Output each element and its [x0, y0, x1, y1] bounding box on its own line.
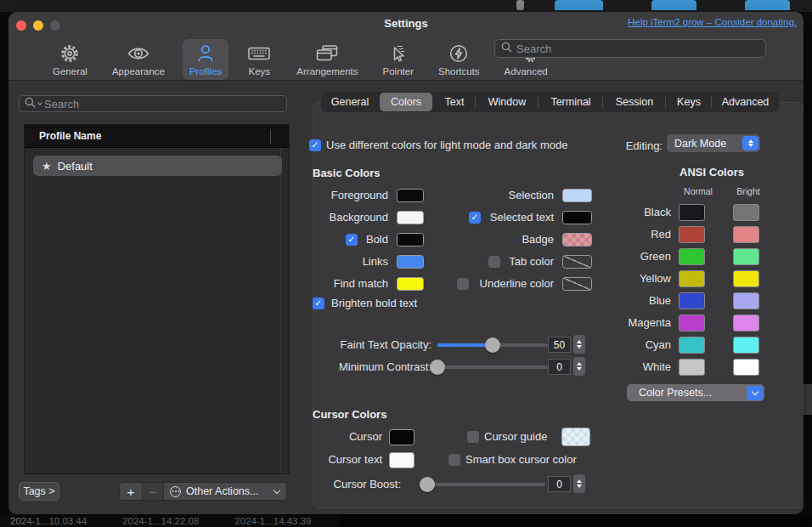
slider-knob[interactable] — [485, 337, 500, 353]
ansi-row-label: Blue — [595, 294, 671, 308]
min-contrast-label: Minimum Contrast: — [296, 360, 431, 374]
nav-item-appearance[interactable]: Appearance — [105, 39, 172, 80]
editing-mode-popup[interactable]: Dark Mode — [667, 134, 760, 152]
gear-icon — [59, 42, 81, 65]
find-match-color-well[interactable] — [397, 277, 424, 291]
min-contrast-stepper[interactable] — [573, 357, 585, 376]
faint-opacity-stepper[interactable] — [573, 335, 585, 354]
find-match-label: Find match — [286, 277, 388, 291]
color-presets-popup[interactable]: Color Presets... — [627, 384, 764, 401]
remove-profile-button[interactable]: − — [143, 483, 164, 500]
ellipsis-circle-icon — [170, 486, 181, 497]
cursor-guide-color-well[interactable] — [561, 428, 590, 446]
ansi-red-normal-well[interactable] — [679, 226, 705, 243]
cursor-text-color-well[interactable] — [389, 452, 414, 468]
cursor-color-well[interactable] — [389, 429, 414, 445]
ansi-colors-title: ANSI Colors — [652, 166, 771, 178]
background-file-label: 2024-1...14.22.08 — [122, 516, 199, 527]
add-profile-button[interactable]: + — [120, 483, 143, 500]
ansi-green-normal-well[interactable] — [679, 248, 705, 265]
editing-label: Editing: — [595, 139, 663, 153]
smart-box-checkbox[interactable] — [448, 454, 460, 466]
ansi-cyan-normal-well[interactable] — [679, 337, 705, 354]
different-colors-label: Use different colors for light mode and … — [326, 139, 567, 152]
tab-text[interactable]: Text — [433, 92, 476, 112]
tab-terminal[interactable]: Terminal — [539, 92, 603, 112]
min-contrast-value[interactable]: 0 — [548, 359, 571, 375]
badge-color-well[interactable] — [562, 233, 592, 246]
eye-icon — [127, 42, 150, 65]
nav-label: General — [53, 66, 87, 76]
tab-session[interactable]: Session — [603, 92, 666, 112]
bold-color-well[interactable] — [397, 233, 424, 246]
ansi-cyan-bright-well[interactable] — [733, 337, 759, 354]
ansi-red-bright-well[interactable] — [733, 226, 759, 243]
selected-text-color-well[interactable] — [562, 211, 592, 224]
cursor-boost-stepper[interactable] — [573, 474, 585, 493]
cursor-boost-value[interactable]: 0 — [548, 476, 571, 492]
ansi-row-label: Magenta — [595, 316, 671, 330]
ansi-blue-normal-well[interactable] — [679, 292, 705, 309]
toolbar-search-field[interactable] — [494, 39, 766, 58]
nav-item-pointer[interactable]: Pointer — [376, 39, 420, 80]
slider-knob[interactable] — [420, 477, 435, 492]
search-input[interactable] — [516, 42, 759, 55]
faint-opacity-value[interactable]: 50 — [548, 337, 571, 353]
cursor-colors-title: Cursor Colors — [313, 408, 386, 421]
nav-item-arrangements[interactable]: Arrangements — [290, 39, 364, 80]
selection-color-well[interactable] — [562, 189, 592, 202]
cursor-label: Cursor — [297, 430, 382, 444]
underline-color-well[interactable] — [562, 277, 592, 291]
cursor-boost-slider[interactable] — [427, 483, 545, 486]
ansi-yellow-bright-well[interactable] — [733, 270, 759, 287]
cursor-guide-checkbox[interactable] — [467, 431, 479, 443]
tags-button[interactable]: Tags > — [19, 482, 59, 501]
donate-link[interactable]: Help iTerm2 grow – Consider donating. — [628, 17, 797, 27]
profile-search-field[interactable] — [19, 95, 287, 112]
person-icon — [195, 42, 217, 65]
chevron-down-icon — [37, 100, 42, 105]
tab-general[interactable]: General — [321, 92, 379, 112]
ansi-row-label: Red — [595, 228, 671, 241]
smart-box-label: Smart box cursor color — [465, 453, 577, 467]
brighten-bold-checkbox[interactable] — [313, 298, 324, 309]
background-color-well[interactable] — [397, 211, 424, 224]
background-window-edge — [804, 384, 812, 415]
nav-item-keys[interactable]: Keys — [240, 39, 279, 80]
cursor-guide-label: Cursor guide — [484, 430, 547, 444]
ansi-magenta-bright-well[interactable] — [733, 314, 759, 332]
ansi-green-bright-well[interactable] — [733, 248, 759, 265]
editing-mode-value: Dark Mode — [667, 138, 742, 150]
different-colors-checkbox[interactable] — [309, 139, 321, 151]
tab-advanced[interactable]: Advanced — [712, 92, 779, 112]
nav-item-shortcuts[interactable]: Shortcuts — [431, 39, 487, 80]
tab-window[interactable]: Window — [476, 92, 539, 112]
cursor-icon — [387, 42, 409, 65]
slider-knob[interactable] — [430, 360, 445, 375]
ansi-blue-bright-well[interactable] — [733, 292, 759, 309]
selection-label: Selection — [460, 189, 554, 202]
tab-colors[interactable]: Colors — [380, 93, 432, 111]
ansi-black-bright-well[interactable] — [733, 204, 759, 221]
profile-row-default[interactable]: ★ Default — [33, 156, 282, 176]
keyboard-icon — [246, 42, 272, 65]
tab-color-well[interactable] — [562, 255, 592, 269]
other-actions-popup[interactable]: Other Actions... — [164, 483, 286, 500]
links-color-well[interactable] — [397, 255, 424, 269]
min-contrast-slider[interactable] — [437, 366, 548, 369]
tab-keys[interactable]: Keys — [666, 92, 712, 112]
foreground-color-well[interactable] — [397, 189, 424, 202]
star-icon: ★ — [42, 160, 52, 173]
ansi-magenta-normal-well[interactable] — [679, 314, 705, 332]
background-scrollbar — [516, 0, 524, 10]
profile-search-input[interactable] — [44, 98, 281, 110]
ansi-white-bright-well[interactable] — [733, 359, 759, 376]
nav-item-profiles[interactable]: Profiles — [183, 39, 228, 80]
ansi-white-normal-well[interactable] — [679, 359, 705, 376]
desktop-background: 2024-1...10.03.44 2024-1...14.22.08 2024… — [0, 0, 812, 527]
ansi-yellow-normal-well[interactable] — [679, 270, 705, 287]
foreground-label: Foreground — [286, 189, 388, 202]
ansi-black-normal-well[interactable] — [679, 204, 705, 221]
faint-opacity-slider[interactable] — [437, 343, 548, 347]
nav-item-general[interactable]: General — [46, 39, 94, 80]
